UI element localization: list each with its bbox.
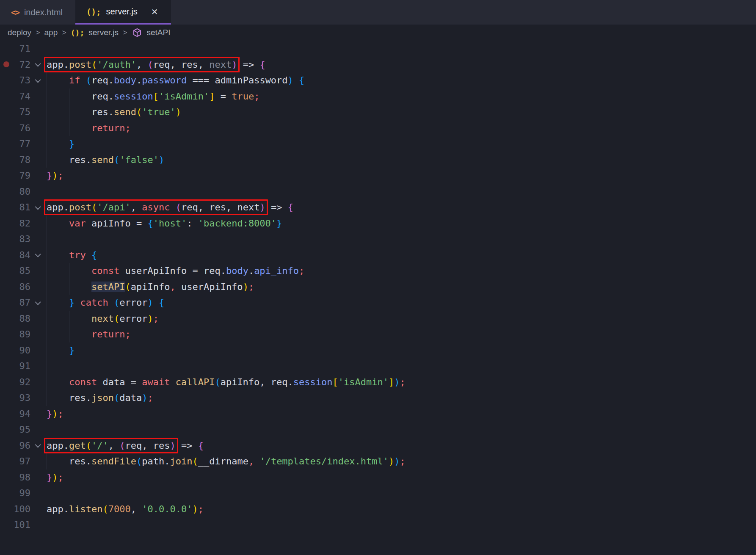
gutter[interactable]: 71 — [0, 41, 47, 57]
code-line[interactable]: 101 — [0, 517, 756, 533]
breakpoint-slot[interactable] — [3, 77, 9, 83]
code-line-text[interactable]: req.session['isAdmin'] = true; — [47, 88, 756, 105]
code-line[interactable]: 75 res.send('true') — [0, 104, 756, 120]
gutter[interactable]: 84 — [0, 247, 47, 263]
gutter[interactable]: 93 — [0, 390, 47, 406]
breakpoint-slot[interactable] — [3, 188, 9, 194]
code-line-text[interactable]: return; — [47, 120, 756, 136]
gutter[interactable]: 100 — [0, 501, 47, 517]
code-line[interactable]: 87 } catch (error) { — [0, 295, 756, 311]
code-line-text[interactable]: app.post('/api', async (req, res, next) … — [47, 199, 756, 215]
gutter[interactable]: 91 — [0, 358, 47, 374]
gutter[interactable]: 99 — [0, 485, 47, 501]
code-line[interactable]: 90 } — [0, 342, 756, 359]
breakpoint-slot[interactable] — [3, 442, 9, 448]
breakpoint-slot[interactable] — [3, 506, 9, 512]
code-line[interactable]: 77 } — [0, 136, 756, 152]
code-line-text[interactable]: app.post('/auth', (req, res, next) => { — [47, 57, 756, 73]
code-line[interactable]: 81app.post('/api', async (req, res, next… — [0, 199, 756, 215]
code-line[interactable]: 72app.post('/auth', (req, res, next) => … — [0, 57, 756, 73]
code-line-text[interactable] — [47, 422, 756, 438]
code-line-text[interactable] — [47, 41, 756, 57]
code-line-text[interactable] — [47, 358, 756, 374]
code-line-text[interactable]: setAPI(apiInfo, userApiInfo); — [47, 279, 756, 295]
code-line[interactable]: 88 next(error); — [0, 311, 756, 327]
code-line-text[interactable] — [47, 184, 756, 200]
breakpoint-slot[interactable] — [3, 46, 9, 52]
code-line-text[interactable]: var apiInfo = {'host': 'backend:8000'} — [47, 215, 756, 232]
code-line[interactable]: 95 — [0, 422, 756, 438]
code-line-text[interactable] — [47, 231, 756, 247]
code-line-text[interactable]: if (req.body.password === adminPassword)… — [47, 72, 756, 88]
gutter[interactable]: 80 — [0, 184, 47, 200]
code-line[interactable]: 76 return; — [0, 120, 756, 136]
breakpoint-slot[interactable] — [3, 204, 9, 210]
code-line-text[interactable]: res.json(data); — [47, 390, 756, 406]
gutter[interactable]: 72 — [0, 57, 47, 73]
breakpoint-slot[interactable] — [3, 474, 9, 480]
breakpoint-slot[interactable] — [3, 363, 9, 369]
gutter[interactable]: 90 — [0, 342, 47, 359]
gutter[interactable]: 86 — [0, 279, 47, 295]
breakpoint-slot[interactable] — [3, 109, 9, 115]
code-line[interactable]: 92 const data = await callAPI(apiInfo, r… — [0, 374, 756, 390]
gutter[interactable]: 97 — [0, 453, 47, 469]
breakpoint-slot[interactable] — [3, 458, 9, 464]
code-editor[interactable]: 7172app.post('/auth', (req, res, next) =… — [0, 41, 756, 533]
code-line[interactable]: 79}); — [0, 168, 756, 184]
code-line-text[interactable]: return; — [47, 326, 756, 342]
code-line[interactable]: 85 const userApiInfo = req.body.api_info… — [0, 263, 756, 279]
gutter[interactable]: 95 — [0, 422, 47, 438]
code-line[interactable]: 89 return; — [0, 326, 756, 342]
code-line-text[interactable]: } — [47, 342, 756, 359]
breakpoint-slot[interactable] — [3, 411, 9, 417]
breakpoint-slot[interactable] — [3, 157, 9, 163]
breakpoint-slot[interactable] — [3, 379, 9, 385]
code-line-text[interactable]: const userApiInfo = req.body.api_info; — [47, 263, 756, 279]
code-line-text[interactable]: } catch (error) { — [47, 295, 756, 311]
code-line[interactable]: 97 res.sendFile(path.join(__dirname, '/t… — [0, 453, 756, 469]
code-line-text[interactable]: app.get('/', (req, res) => { — [47, 438, 756, 454]
gutter[interactable]: 76 — [0, 120, 47, 136]
gutter[interactable]: 87 — [0, 295, 47, 311]
breakpoint-slot[interactable] — [3, 268, 9, 274]
breakpoint-slot[interactable] — [3, 347, 9, 353]
code-line-text[interactable] — [47, 517, 756, 533]
code-line[interactable]: 94}); — [0, 406, 756, 422]
code-line-text[interactable]: }); — [47, 168, 756, 184]
code-line[interactable]: 82 var apiInfo = {'host': 'backend:8000'… — [0, 215, 756, 232]
code-line-text[interactable] — [47, 485, 756, 501]
gutter[interactable]: 89 — [0, 326, 47, 342]
code-line[interactable]: 93 res.json(data); — [0, 390, 756, 406]
breakpoint-slot[interactable] — [3, 300, 9, 306]
gutter[interactable]: 101 — [0, 517, 47, 533]
fold-chevron-down-icon[interactable] — [30, 301, 47, 305]
tab-server-js[interactable]: (); server.js ✕ — [75, 0, 171, 25]
breakpoint-slot[interactable] — [3, 315, 9, 321]
code-line[interactable]: 86 setAPI(apiInfo, userApiInfo); — [0, 279, 756, 295]
breakpoint-slot[interactable] — [3, 252, 9, 258]
breadcrumb-item-setapi[interactable]: setAPI — [147, 28, 171, 37]
code-line[interactable]: 83 — [0, 231, 756, 247]
gutter[interactable]: 82 — [0, 215, 47, 232]
code-line-text[interactable]: try { — [47, 247, 756, 263]
gutter[interactable]: 74 — [0, 88, 47, 105]
breadcrumb-item-app[interactable]: app — [44, 28, 58, 37]
breakpoint-slot[interactable] — [3, 141, 9, 147]
fold-chevron-down-icon[interactable] — [30, 78, 47, 83]
code-line-text[interactable]: }); — [47, 469, 756, 486]
breakpoint-slot[interactable] — [3, 331, 9, 337]
code-line[interactable]: 91 — [0, 358, 756, 374]
breadcrumb-item-deploy[interactable]: deploy — [8, 28, 31, 37]
fold-chevron-down-icon[interactable] — [30, 253, 47, 257]
breakpoint-slot[interactable] — [3, 490, 9, 496]
gutter[interactable]: 85 — [0, 263, 47, 279]
code-line-text[interactable]: res.send('false') — [47, 152, 756, 168]
code-line[interactable]: 78 res.send('false') — [0, 152, 756, 168]
breakpoint-slot[interactable] — [3, 395, 9, 401]
code-line[interactable]: 100app.listen(7000, '0.0.0.0'); — [0, 501, 756, 517]
gutter[interactable]: 83 — [0, 231, 47, 247]
code-line-text[interactable]: res.sendFile(path.join(__dirname, '/temp… — [47, 453, 756, 469]
code-line-text[interactable]: }); — [47, 406, 756, 422]
code-line[interactable]: 71 — [0, 41, 756, 57]
